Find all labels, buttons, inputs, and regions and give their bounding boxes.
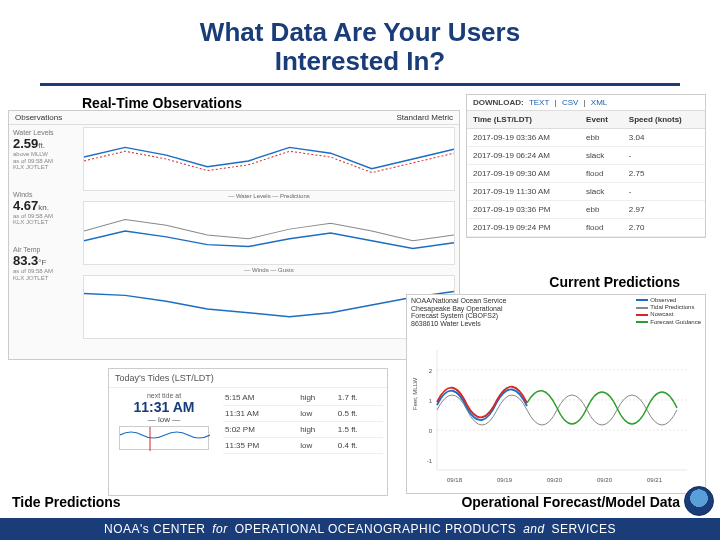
col-speed: Speed (knots) (623, 111, 705, 129)
table-row: 2017-09-19 09:30 AMflood2.75 (467, 165, 705, 183)
download-xml-link[interactable]: XML (591, 98, 607, 107)
col-time: Time (LST/LDT) (467, 111, 580, 129)
svg-text:09/20: 09/20 (547, 477, 563, 483)
next-tide-label: next tide at (113, 392, 215, 399)
real-time-observations-panel: Observations Standard Metric Water Level… (8, 110, 460, 360)
chart-water-levels-legend: — Water Levels — Predictions (83, 193, 455, 199)
chart-water-levels (83, 127, 455, 191)
tide-sparkline (119, 426, 209, 450)
predictions-table: Time (LST/LDT) Event Speed (knots) 2017-… (467, 111, 705, 237)
chart-winds-legend: — Winds — Gusts (83, 267, 455, 273)
svg-text:1: 1 (429, 398, 433, 404)
svg-text:09/19: 09/19 (497, 477, 513, 483)
metrics-sidebar: Water Levels 2.59ft. above MLLW as of 09… (9, 125, 79, 347)
list-item: 11:31 AMlow0.5 ft. (223, 406, 383, 422)
svg-text:09/18: 09/18 (447, 477, 463, 483)
ofs-forecast-panel: NOAA/National Ocean Service Chesapeake B… (406, 294, 706, 494)
tides-panel: Today's Tides (LST/LDT) next tide at 11:… (108, 368, 388, 496)
tides-list: 5:15 AMhigh1.7 ft. 11:31 AMlow0.5 ft. 5:… (219, 388, 387, 456)
svg-text:Feet, MLLW: Feet, MLLW (412, 377, 418, 410)
svg-text:0: 0 (429, 428, 433, 434)
table-row: 2017-09-19 11:30 AMslack- (467, 183, 705, 201)
next-tide-type: — low — (113, 415, 215, 424)
metric-water-levels: Water Levels 2.59ft. above MLLW as of 09… (13, 129, 75, 171)
metric-winds: Winds 4.67kn. as of 09:58 AM KLX JOTLET (13, 191, 75, 226)
table-row: 2017-09-19 03:36 PMebb2.97 (467, 201, 705, 219)
footer-bar: NOAA's CENTER for OPERATIONAL OCEANOGRAP… (0, 518, 720, 540)
ofs-chart: Feet, MLLW 2 1 0 -1 09/18 09/19 09/20 09… (407, 330, 697, 500)
download-label: DOWNLOAD: (473, 98, 524, 107)
label-real-time-obs: Real-Time Observations (82, 95, 242, 111)
list-item: 5:02 PMhigh1.5 ft. (223, 422, 383, 438)
download-text-link[interactable]: TEXT (529, 98, 549, 107)
next-tide-time: 11:31 AM (113, 399, 215, 415)
chart-winds (83, 201, 455, 265)
title-underline (40, 83, 680, 86)
ofs-legend: Observed Tidal Predictions Nowcast Forec… (636, 297, 701, 326)
svg-text:09/20: 09/20 (597, 477, 613, 483)
metric-air-temp: Air Temp 83.3°F as of 09:58 AM KLX JOTLE… (13, 246, 75, 281)
svg-text:09/21: 09/21 (647, 477, 663, 483)
list-item: 5:15 AMhigh1.7 ft. (223, 390, 383, 406)
tides-header: Today's Tides (LST/LDT) (109, 369, 387, 388)
label-current-predictions: Current Predictions (549, 274, 680, 290)
table-row: 2017-09-19 06:24 AMslack- (467, 147, 705, 165)
noaa-logo-icon (684, 486, 714, 516)
label-tide-predictions: Tide Predictions (12, 494, 121, 510)
svg-text:2: 2 (429, 368, 433, 374)
list-item: 11:35 PMlow0.4 ft. (223, 438, 383, 454)
table-row: 2017-09-19 03:36 AMebb3.04 (467, 129, 705, 147)
observations-title: Observations (15, 113, 62, 122)
chart-air-temp (83, 275, 455, 339)
slide-title: What Data Are Your Users Interested In? (0, 0, 720, 75)
svg-text:-1: -1 (427, 458, 433, 464)
current-predictions-panel: DOWNLOAD: TEXT | CSV | XML Time (LST/LDT… (466, 94, 706, 238)
col-event: Event (580, 111, 623, 129)
table-row: 2017-09-19 09:24 PMflood2.70 (467, 219, 705, 237)
download-csv-link[interactable]: CSV (562, 98, 578, 107)
unit-toggle[interactable]: Standard Metric (397, 113, 453, 122)
